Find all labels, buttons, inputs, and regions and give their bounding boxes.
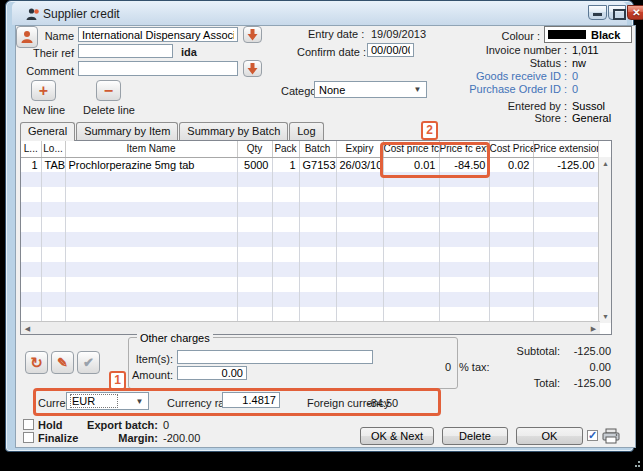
- empty-cell: [336, 292, 383, 307]
- refresh-button[interactable]: ↻: [25, 351, 48, 374]
- empty-table-row[interactable]: [21, 187, 598, 202]
- column-header[interactable]: Expiry: [336, 141, 383, 157]
- annotation-badge-2: 2: [421, 121, 438, 140]
- empty-table-row[interactable]: [21, 307, 598, 322]
- empty-table-row[interactable]: [21, 232, 598, 247]
- column-header[interactable]: Batch: [299, 141, 336, 157]
- empty-cell: [336, 277, 383, 292]
- empty-cell: [21, 262, 41, 277]
- items-input[interactable]: [177, 350, 373, 364]
- table-cell[interactable]: 1: [21, 157, 41, 172]
- empty-cell: [41, 277, 65, 292]
- export-batch-label: Export batch:: [80, 419, 158, 431]
- empty-cell: [65, 172, 237, 187]
- empty-table-row[interactable]: [21, 247, 598, 262]
- close-button[interactable]: [627, 5, 643, 20]
- column-header[interactable]: L...: [21, 141, 41, 157]
- title-bar[interactable]: Supplier credit: [12, 2, 627, 25]
- comment-expand-button[interactable]: [243, 60, 262, 77]
- table-cell[interactable]: 1: [272, 157, 299, 172]
- comment-input[interactable]: [78, 61, 238, 76]
- annotation-rect-fc-columns: [380, 142, 490, 178]
- column-header[interactable]: Pack: [272, 141, 299, 157]
- check-icon: ✔: [83, 355, 94, 370]
- empty-table-row[interactable]: [21, 217, 598, 232]
- colour-select[interactable]: Black: [544, 26, 632, 43]
- info-row[interactable]: Goods receive ID :0: [383, 70, 613, 82]
- tab-summary-by-item[interactable]: Summary by Item: [76, 122, 178, 140]
- table-row[interactable]: 1TABProchlorperazine 5mg tab50001G715326…: [21, 157, 598, 172]
- delete-line-button[interactable]: −: [96, 80, 121, 101]
- empty-cell: [237, 292, 272, 307]
- column-header[interactable]: Cost Price: [489, 141, 533, 157]
- ok-next-button[interactable]: OK & Next: [360, 427, 434, 445]
- empty-cell: [65, 262, 237, 277]
- amount-input[interactable]: [177, 366, 247, 380]
- resize-grip[interactable]: [632, 461, 640, 469]
- empty-table-row[interactable]: [21, 202, 598, 217]
- empty-cell: [439, 232, 489, 247]
- column-header[interactable]: Qty: [237, 141, 272, 157]
- column-header[interactable]: Price extension: [533, 141, 598, 157]
- empty-cell: [299, 247, 336, 262]
- hold-checkbox[interactable]: [23, 419, 34, 430]
- printer-icon[interactable]: [602, 428, 620, 444]
- info-row[interactable]: Purchase Order ID :0: [383, 83, 613, 95]
- table-cell[interactable]: 0.02: [489, 157, 533, 172]
- empty-cell: [237, 247, 272, 262]
- info-value: Sussol: [572, 100, 605, 112]
- subtotal-value: -125.00: [541, 345, 611, 357]
- invoice-lines-table: L...Lo...Item NameQtyPackBatchExpiryCost…: [20, 140, 612, 335]
- empty-cell: [21, 232, 41, 247]
- column-header[interactable]: Lo...: [41, 141, 65, 157]
- name-lookup-button[interactable]: [243, 26, 262, 43]
- ok-button[interactable]: OK: [516, 427, 583, 445]
- empty-cell: [41, 292, 65, 307]
- horizontal-scrollbar[interactable]: ◀ ▶: [21, 321, 600, 334]
- table-header-row[interactable]: L...Lo...Item NameQtyPackBatchExpiryCost…: [21, 141, 598, 157]
- empty-table-row[interactable]: [21, 172, 598, 187]
- empty-table-row[interactable]: [21, 262, 598, 277]
- name-label: Name: [28, 30, 74, 42]
- empty-cell: [299, 172, 336, 187]
- empty-table-row[interactable]: [21, 277, 598, 292]
- scroll-up-icon[interactable]: ▲: [599, 157, 612, 170]
- empty-table-row[interactable]: [21, 292, 598, 307]
- table-cell[interactable]: -125.00: [533, 157, 598, 172]
- new-line-button[interactable]: +: [31, 80, 56, 101]
- hold-label: Hold: [38, 419, 62, 431]
- info-value: General: [572, 112, 611, 124]
- scroll-left-icon[interactable]: ◀: [21, 322, 34, 335]
- tab-log[interactable]: Log: [289, 122, 323, 140]
- minimize-button[interactable]: [588, 5, 607, 20]
- print-checkbox[interactable]: ✓: [587, 430, 598, 441]
- lines-grid: L...Lo...Item NameQtyPackBatchExpiryCost…: [21, 141, 599, 322]
- scroll-right-icon[interactable]: ▶: [587, 322, 600, 335]
- column-header[interactable]: Item Name: [65, 141, 237, 157]
- table-cell[interactable]: G7153: [299, 157, 336, 172]
- tax-rate-value: 0: [445, 361, 451, 373]
- vertical-scrollbar[interactable]: ▲ ▼: [598, 157, 611, 323]
- table-cell[interactable]: 5000: [237, 157, 272, 172]
- table-cell[interactable]: Prochlorperazine 5mg tab: [65, 157, 237, 172]
- empty-cell: [533, 307, 598, 322]
- edit-button[interactable]: ✎: [51, 351, 74, 374]
- finalize-checkbox[interactable]: [23, 432, 34, 443]
- scroll-down-icon[interactable]: ▼: [599, 310, 612, 323]
- empty-cell: [65, 277, 237, 292]
- empty-cell: [65, 232, 237, 247]
- confirm-button[interactable]: ✔: [77, 351, 100, 374]
- empty-cell: [237, 262, 272, 277]
- delete-button[interactable]: Delete: [442, 427, 508, 445]
- tab-general[interactable]: General: [20, 122, 75, 141]
- check-icon: ✓: [588, 429, 597, 442]
- minus-icon: −: [104, 82, 113, 99]
- empty-cell: [237, 307, 272, 322]
- table-cell[interactable]: TAB: [41, 157, 65, 172]
- maximize-button[interactable]: [608, 5, 626, 20]
- tab-summary-by-batch[interactable]: Summary by Batch: [179, 122, 288, 140]
- empty-cell: [272, 247, 299, 262]
- their-ref-input[interactable]: [78, 44, 173, 58]
- table-cell[interactable]: 26/03/10: [336, 157, 383, 172]
- name-input[interactable]: [78, 27, 238, 42]
